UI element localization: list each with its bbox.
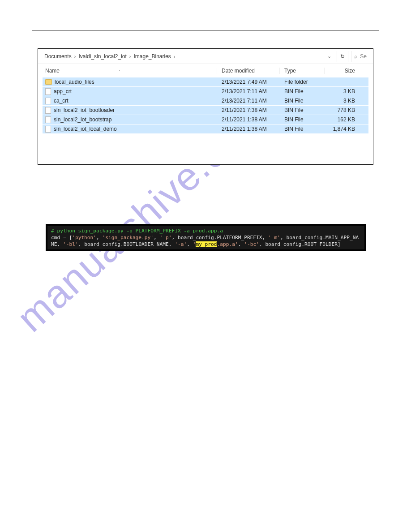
file-type: BIN File: [280, 126, 325, 132]
search-placeholder: Se: [360, 53, 367, 60]
file-size: 162 KB: [325, 116, 358, 123]
chevron-down-icon[interactable]: ⌄: [325, 53, 334, 59]
file-date: 2/13/2021 7:11 AM: [217, 88, 280, 94]
file-icon: [45, 98, 51, 104]
file-type: BIN File: [280, 98, 325, 104]
top-rule: [32, 30, 379, 30]
column-header-label: Size: [345, 68, 355, 74]
refresh-icon: ↻: [340, 53, 345, 60]
file-name: sln_local2_iot_bootstrap: [54, 116, 111, 123]
code-token-highlight: my_prod: [196, 241, 217, 247]
column-header-size[interactable]: Size: [325, 68, 358, 74]
code-token: '-p': [160, 235, 172, 240]
breadcrumb-item[interactable]: Ivaldi_sln_local2_iot: [78, 53, 126, 60]
search-input[interactable]: ⌕ Se: [351, 51, 369, 62]
breadcrumb-item[interactable]: Documents: [44, 53, 72, 60]
search-icon: ⌕: [354, 53, 357, 60]
file-size: 3 KB: [325, 88, 358, 94]
column-header-label: Type: [284, 68, 296, 74]
file-icon: [45, 126, 51, 133]
chevron-right-icon: ›: [74, 54, 76, 59]
table-row[interactable]: ca_crt2/13/2021 7:11 AMBIN File3 KB: [43, 96, 368, 106]
file-type: File folder: [280, 79, 325, 85]
file-name: app_crt: [54, 88, 72, 94]
code-token: .app.a': [217, 241, 238, 247]
column-header-label: Date modified: [222, 68, 255, 74]
bottom-rule: [32, 513, 379, 513]
code-comment: # python sign_package.py -p PLATFORM_PRE…: [51, 228, 223, 234]
file-icon: [45, 107, 51, 114]
code-token: 'python': [72, 235, 96, 240]
file-date: 2/11/2021 1:38 AM: [217, 116, 280, 123]
code-block: # python sign_package.py -p PLATFORM_PRE…: [46, 224, 366, 251]
code-token: board_config.ROOT_FOLDER: [265, 241, 338, 247]
column-header-name[interactable]: Name ˄: [43, 68, 217, 74]
table-row[interactable]: app_crt2/13/2021 7:11 AMBIN File3 KB: [43, 87, 368, 96]
file-type: BIN File: [280, 116, 325, 123]
breadcrumb-item[interactable]: Image_Binaries: [133, 53, 171, 60]
folder-icon: [45, 79, 52, 85]
file-icon: [45, 116, 51, 123]
file-type: BIN File: [280, 107, 325, 113]
file-explorer-window: Documents › Ivaldi_sln_local2_iot › Imag…: [38, 48, 373, 165]
code-token: '-bc': [244, 241, 259, 247]
file-size: 3 KB: [325, 98, 358, 104]
refresh-button[interactable]: ↻: [337, 51, 348, 62]
column-header-date[interactable]: Date modified: [217, 68, 280, 74]
file-date: 2/11/2021 7:38 AM: [217, 107, 280, 113]
table-row[interactable]: sln_local2_iot_local_demo2/11/2021 1:38 …: [43, 124, 368, 134]
file-size: 778 KB: [325, 107, 358, 113]
code-content: # python sign_package.py -p PLATFORM_PRE…: [47, 226, 364, 249]
code-token: board_config.BOOTLOADER_NAME: [84, 241, 169, 247]
chevron-right-icon: ›: [129, 54, 131, 59]
file-icon: [45, 88, 51, 95]
code-token: 'sign_package.py': [103, 235, 154, 240]
file-name: ca_crt: [54, 98, 68, 104]
code-token: '-m': [268, 235, 280, 240]
chevron-right-icon: ›: [174, 54, 176, 59]
code-token: '-bl': [63, 241, 78, 247]
column-header-row: Name ˄ Date modified Type Size: [38, 64, 373, 77]
column-header-label: Name: [45, 68, 60, 74]
file-date: 2/13/2021 7:11 AM: [217, 98, 280, 104]
sort-indicator-icon: ˄: [119, 70, 121, 74]
table-row[interactable]: local_audio_files2/13/2021 7:49 AMFile f…: [43, 77, 368, 87]
table-row[interactable]: sln_local2_iot_bootstrap2/11/2021 1:38 A…: [43, 115, 368, 124]
column-header-type[interactable]: Type: [280, 68, 325, 74]
table-row[interactable]: sln_local2_iot_bootloader2/11/2021 7:38 …: [43, 106, 368, 115]
file-date: 2/11/2021 1:38 AM: [217, 126, 280, 132]
file-list: local_audio_files2/13/2021 7:49 AMFile f…: [38, 77, 373, 138]
breadcrumb[interactable]: Documents › Ivaldi_sln_local2_iot › Imag…: [44, 53, 325, 60]
code-token: board_config.PLATFORM_PREFIX: [178, 235, 262, 240]
code-token: '-a': [175, 241, 187, 247]
file-type: BIN File: [280, 88, 325, 94]
file-name: local_audio_files: [55, 79, 94, 85]
file-size: 1,874 KB: [325, 126, 358, 132]
explorer-toolbar: Documents › Ivaldi_sln_local2_iot › Imag…: [38, 49, 373, 64]
file-date: 2/13/2021 7:49 AM: [217, 79, 280, 85]
code-token: cmd = [: [51, 235, 72, 240]
file-name: sln_local2_iot_local_demo: [54, 126, 117, 132]
file-name: sln_local2_iot_bootloader: [54, 107, 115, 113]
